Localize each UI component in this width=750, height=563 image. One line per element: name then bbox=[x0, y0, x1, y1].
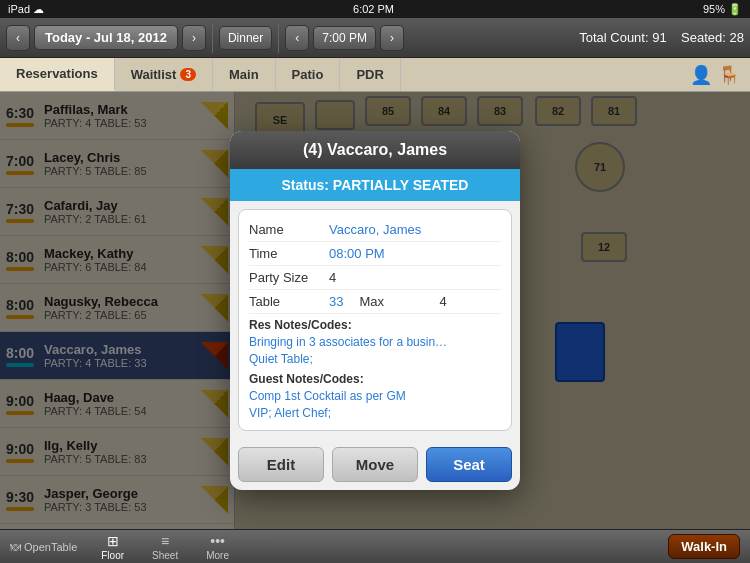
forward-arrow-btn[interactable]: › bbox=[182, 25, 206, 51]
tab-main[interactable]: Main bbox=[213, 58, 276, 91]
bottom-tab-more[interactable]: ••• More bbox=[192, 531, 243, 563]
total-count: Total Count: 91 Seated: 28 bbox=[579, 30, 744, 45]
modal-footer: Edit Move Seat bbox=[230, 439, 520, 490]
modal-body: Name Vaccaro, James Time 08:00 PM Party … bbox=[238, 209, 512, 430]
nav-divider-2 bbox=[278, 23, 279, 53]
move-button[interactable]: Move bbox=[332, 447, 418, 482]
opentable-logo: 🍽 OpenTable bbox=[10, 541, 77, 553]
guest-notes-label: Guest Notes/Codes: bbox=[249, 368, 501, 388]
res-notes-section: Res Notes/Codes: Bringing in 3 associate… bbox=[249, 314, 501, 368]
more-label: More bbox=[206, 550, 229, 561]
modal-time-row: Time 08:00 PM bbox=[249, 242, 501, 266]
modal-status: Status: PARTIALLY SEATED bbox=[230, 169, 520, 201]
floor-icon: ⊞ bbox=[107, 533, 119, 549]
seat-button[interactable]: Seat bbox=[426, 447, 512, 482]
modal-name-row: Name Vaccaro, James bbox=[249, 218, 501, 242]
sheet-icon: ≡ bbox=[161, 533, 169, 549]
res-notes-text: Bringing in 3 associates for a busin…Qui… bbox=[249, 334, 501, 368]
guest-notes-text: Comp 1st Cocktail as per GMVIP; Alert Ch… bbox=[249, 388, 501, 422]
name-label: Name bbox=[249, 222, 329, 237]
time-btn[interactable]: 7:00 PM bbox=[313, 26, 376, 50]
floor-label: Floor bbox=[101, 550, 124, 561]
bottom-tab-floor[interactable]: ⊞ Floor bbox=[87, 531, 138, 563]
guest-notes-section: Guest Notes/Codes: Comp 1st Cocktail as … bbox=[249, 368, 501, 422]
tab-waitlist-label: Waitlist bbox=[131, 67, 177, 82]
tab-main-label: Main bbox=[229, 67, 259, 82]
modal-overlay: (4) Vaccaro, James Status: PARTIALLY SEA… bbox=[0, 92, 750, 529]
time-value: 08:00 PM bbox=[329, 246, 385, 261]
today-date-btn[interactable]: Today - Jul 18, 2012 bbox=[34, 25, 178, 50]
time-forward-btn[interactable]: › bbox=[380, 25, 404, 51]
name-value: Vaccaro, James bbox=[329, 222, 421, 237]
party-size-label: Party Size bbox=[249, 270, 329, 285]
person-icon[interactable]: 👤 bbox=[690, 64, 712, 86]
nav-divider-1 bbox=[212, 23, 213, 53]
tab-patio-label: Patio bbox=[292, 67, 324, 82]
status-center: 6:02 PM bbox=[353, 3, 394, 15]
tab-right-icons: 👤 🪑 bbox=[690, 58, 750, 91]
bottom-bar: 🍽 OpenTable ⊞ Floor ≡ Sheet ••• More Wal… bbox=[0, 529, 750, 563]
table-label: Table bbox=[249, 294, 329, 309]
bottom-tab-sheet[interactable]: ≡ Sheet bbox=[138, 531, 192, 563]
tab-reservations-label: Reservations bbox=[16, 66, 98, 81]
more-icon: ••• bbox=[210, 533, 225, 549]
modal-partysize-row: Party Size 4 bbox=[249, 266, 501, 290]
status-bar: iPad ☁ 6:02 PM 95% 🔋 bbox=[0, 0, 750, 18]
table-icon[interactable]: 🪑 bbox=[718, 64, 740, 86]
tab-patio[interactable]: Patio bbox=[276, 58, 341, 91]
meal-btn[interactable]: Dinner bbox=[219, 26, 272, 50]
waitlist-badge: 3 bbox=[180, 68, 196, 81]
tab-pdr[interactable]: PDR bbox=[340, 58, 400, 91]
modal-title: (4) Vaccaro, James bbox=[230, 131, 520, 169]
tab-pdr-label: PDR bbox=[356, 67, 383, 82]
modal-dialog: (4) Vaccaro, James Status: PARTIALLY SEA… bbox=[230, 131, 520, 489]
time-back-btn[interactable]: ‹ bbox=[285, 25, 309, 51]
edit-button[interactable]: Edit bbox=[238, 447, 324, 482]
sheet-label: Sheet bbox=[152, 550, 178, 561]
tabs-row: Reservations Waitlist 3 Main Patio PDR 👤… bbox=[0, 58, 750, 92]
party-size-value: 4 bbox=[329, 270, 336, 285]
status-right: 95% 🔋 bbox=[703, 3, 742, 16]
tab-reservations[interactable]: Reservations bbox=[0, 58, 115, 91]
seated-count-text: Seated: 28 bbox=[681, 30, 744, 45]
table-value: 33 bbox=[329, 294, 343, 309]
walk-in-button[interactable]: Walk-In bbox=[668, 534, 740, 559]
tab-waitlist[interactable]: Waitlist 3 bbox=[115, 58, 213, 91]
modal-table-row: Table 33 Max 4 bbox=[249, 290, 501, 314]
res-notes-label: Res Notes/Codes: bbox=[249, 314, 501, 334]
max-value: 4 bbox=[439, 294, 446, 309]
total-count-text: Total Count: 91 bbox=[579, 30, 666, 45]
max-label: Max bbox=[359, 294, 439, 309]
main-content: 6:30 Paffilas, Mark PARTY: 4 TABLE: 53 7… bbox=[0, 92, 750, 529]
back-arrow-btn[interactable]: ‹ bbox=[6, 25, 30, 51]
time-label: Time bbox=[249, 246, 329, 261]
top-nav: ‹ Today - Jul 18, 2012 › Dinner ‹ 7:00 P… bbox=[0, 18, 750, 58]
status-left: iPad ☁ bbox=[8, 3, 44, 16]
